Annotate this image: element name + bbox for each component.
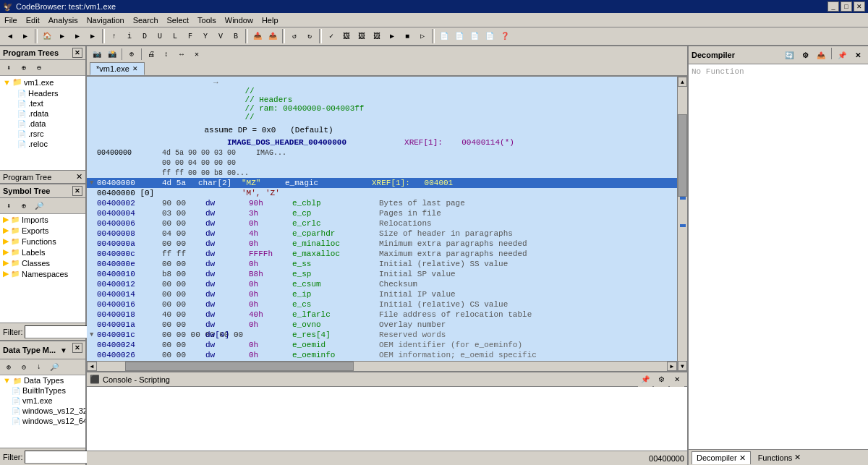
tb-b[interactable]: B: [229, 29, 243, 43]
decompiler-pin[interactable]: 📌: [835, 48, 849, 62]
lt-btn2[interactable]: 📸: [105, 47, 119, 61]
tree-item-rsrc[interactable]: 📄 .rsrc: [0, 129, 85, 139]
sym-exports[interactable]: ▶ 📁 Exports: [0, 225, 85, 236]
dt-item-w32[interactable]: 📄 windows_vs12_32: [0, 406, 85, 416]
scroll-thumb[interactable]: [678, 114, 687, 197]
st-btn2[interactable]: ⊕: [17, 199, 31, 213]
tb-stop[interactable]: ■: [400, 29, 414, 43]
st-btn1[interactable]: ⬇: [1, 199, 16, 213]
tab-close-vm1[interactable]: ✕: [132, 65, 138, 72]
symbol-tree-close[interactable]: ✕: [72, 186, 82, 196]
pt-btn3[interactable]: ⊖: [32, 61, 46, 75]
menu-item-search[interactable]: Search: [129, 14, 163, 26]
asm-row-e_cparhdr[interactable]: 00400008 04 00 dw 4h e_cparhdr Size of h…: [87, 229, 687, 239]
hscroll-thumb[interactable]: [125, 362, 353, 371]
sym-functions[interactable]: ▶ 📁 Functions: [0, 236, 85, 247]
home-button[interactable]: 🏠: [40, 29, 54, 43]
minimize-button[interactable]: _: [827, 1, 839, 12]
asm-row-e_ip[interactable]: 00400014 00 00 dw 0h e_ip Initial IP val…: [87, 289, 687, 299]
tb-undo[interactable]: ↑: [107, 29, 122, 43]
tree-item-headers[interactable]: 📄 Headers: [0, 88, 85, 98]
asm-row-e_cs[interactable]: 00400016 00 00 dw 0h e_cs Initial (relat…: [87, 299, 687, 310]
tree-item-reloc[interactable]: 📄 .reloc: [0, 139, 85, 149]
dt-btn1[interactable]: ⊕: [1, 360, 16, 375]
scroll-up[interactable]: ▲: [678, 77, 687, 87]
tree-item-text[interactable]: 📄 .text: [0, 98, 85, 108]
tb-check[interactable]: ✓: [324, 29, 339, 43]
menu-item-tools[interactable]: Tools: [193, 14, 221, 26]
lt-btn4[interactable]: ↕: [159, 47, 174, 61]
tb-import[interactable]: 📥: [250, 29, 265, 43]
tb-l[interactable]: L: [168, 29, 182, 43]
tb-btn-2[interactable]: ▶: [70, 29, 85, 43]
asm-row-e_minalloc[interactable]: 0040000a 00 00 dw 0h e_minalloc Minimum …: [87, 239, 687, 249]
lt-btn1[interactable]: 📷: [90, 47, 104, 61]
tb-btn-1[interactable]: ▶: [55, 29, 69, 43]
tb-misc2[interactable]: 📄: [452, 29, 467, 43]
dec-tab-decompiler[interactable]: Decompiler ✕: [692, 451, 751, 464]
tb-run[interactable]: ▶: [385, 29, 399, 43]
tb-undo2[interactable]: ↺: [287, 29, 302, 43]
console-settings[interactable]: ⚙: [654, 372, 668, 387]
tb-y[interactable]: Y: [198, 29, 213, 43]
dec-tab-decompiler-close[interactable]: ✕: [739, 453, 746, 463]
listing-tab-vm1[interactable]: *vm1.exe ✕: [90, 62, 145, 75]
sym-imports[interactable]: ▶ 📁 Imports: [0, 214, 85, 225]
decompiler-close[interactable]: ✕: [851, 48, 865, 62]
decompiler-settings[interactable]: ⚙: [798, 48, 812, 62]
asm-row-e_crlc[interactable]: 00400006 00 00 dw 0h e_crlc Relocations: [87, 218, 687, 229]
scroll-down[interactable]: ▼: [678, 361, 687, 371]
asm-row-e_ss[interactable]: 0040000e 00 00 dw 0h e_ss Initial (relat…: [87, 259, 687, 269]
asm-row-e_ovno[interactable]: 0040001a 00 00 dw 0h e_ovno Overlay numb…: [87, 320, 687, 330]
console-pin[interactable]: 📌: [638, 372, 652, 387]
tree-item-rdata[interactable]: 📄 .rdata: [0, 108, 85, 119]
tb-redo[interactable]: ↻: [302, 29, 317, 43]
asm-row-e_csum[interactable]: 00400012 00 00 dw 0h e_csum Checksum: [87, 279, 687, 289]
pt-btn1[interactable]: ⬇: [1, 61, 16, 75]
dt-btn3[interactable]: ↓: [32, 360, 46, 375]
menu-item-file[interactable]: File: [0, 14, 22, 26]
asm-row-e_cblp[interactable]: 00400002 90 00 dw 90h e_cblp Bytes of la…: [87, 198, 687, 208]
tb-misc3[interactable]: 📄: [467, 29, 482, 43]
asm-row-e_maxalloc[interactable]: 0040000c ff ff dw FFFFh e_maxalloc Maxim…: [87, 249, 687, 259]
dt-close[interactable]: ✕: [72, 343, 82, 353]
menu-item-analysis[interactable]: Analysis: [44, 14, 82, 26]
dec-tab-functions[interactable]: Functions ✕: [754, 451, 806, 464]
lt-btn5[interactable]: ↔: [174, 47, 189, 61]
asm-row-magic[interactable]: ▼ 00400000 4d 5a char[2] "MZ" e_magic XR…: [87, 178, 687, 188]
menu-item-select[interactable]: Select: [163, 14, 194, 26]
tb-f[interactable]: F: [183, 29, 197, 43]
asm-row-e_lfarlc[interactable]: 00400018 40 00 dw 40h e_lfarlc File addr…: [87, 310, 687, 320]
listing-hscrollbar[interactable]: ◀ ▶: [87, 361, 677, 371]
forward-button[interactable]: ▶: [18, 29, 33, 43]
tb-misc4[interactable]: 📄: [482, 29, 497, 43]
tb-misc5[interactable]: ❓: [498, 29, 512, 43]
dt-item-vm1[interactable]: 📄 vm1.exe: [0, 396, 85, 406]
menu-item-window[interactable]: Window: [221, 14, 258, 26]
tb-info[interactable]: i: [122, 29, 137, 43]
dt-item-datatypes[interactable]: ▼ 📁 Data Types: [0, 375, 85, 385]
pt-btn2[interactable]: ⊕: [17, 61, 31, 75]
tb-v[interactable]: V: [213, 29, 228, 43]
dt-btn4[interactable]: 🔎: [47, 360, 61, 375]
window-controls[interactable]: _ □ ✕: [827, 1, 865, 12]
hscroll-right[interactable]: ▶: [667, 362, 677, 371]
listing-content[interactable]: → // // Headers // ram: 00400000-004003f…: [87, 77, 687, 371]
tb-btn-3[interactable]: ▶: [85, 29, 100, 43]
listing-scrollbar[interactable]: ▲ ▼: [677, 77, 687, 371]
lt-close[interactable]: ✕: [190, 47, 204, 61]
program-tree-label-close[interactable]: ✕: [76, 172, 82, 182]
hscroll-left[interactable]: ◀: [87, 362, 97, 371]
asm-row-e_cp[interactable]: 00400004 03 00 dw 3h e_cp Pages in file: [87, 208, 687, 218]
program-trees-close[interactable]: ✕: [72, 48, 82, 58]
dt-btn2[interactable]: ⊖: [17, 360, 31, 375]
maximize-button[interactable]: □: [841, 1, 852, 12]
asm-row-e_sp[interactable]: 00400010 b8 00 dw B8h e_sp Initial SP va…: [87, 269, 687, 279]
dec-tab-functions-close[interactable]: ✕: [794, 453, 801, 462]
sym-classes[interactable]: ▶ 📁 Classes: [0, 257, 85, 268]
st-btn3[interactable]: 🔎: [32, 199, 46, 213]
tb-export[interactable]: 📤: [265, 29, 280, 43]
dt-item-w64[interactable]: 📄 windows_vs12_64: [0, 416, 85, 426]
menu-item-help[interactable]: Help: [258, 14, 283, 26]
menu-item-edit[interactable]: Edit: [22, 14, 44, 26]
